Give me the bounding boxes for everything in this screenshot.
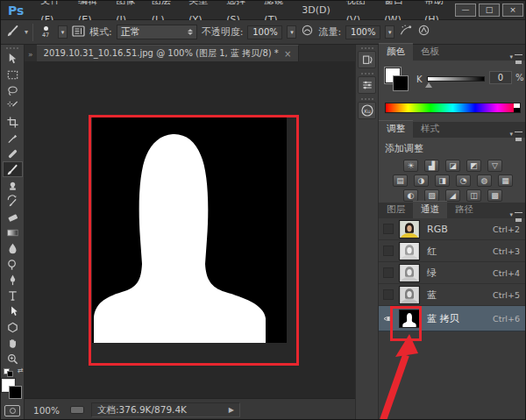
- posterize-icon[interactable]: ▨: [424, 189, 439, 202]
- dock-grip[interactable]: [361, 98, 373, 100]
- history-panel-icon[interactable]: [358, 51, 376, 68]
- adjustments-panel-menu-icon[interactable]: ▾: [509, 131, 526, 138]
- foreground-background-swatches[interactable]: [2, 379, 23, 400]
- tab-paths[interactable]: 路径: [447, 202, 481, 218]
- minimize-button[interactable]: —: [455, 4, 476, 17]
- flow-field[interactable]: 100%: [345, 25, 380, 39]
- selective-color-icon[interactable]: ▩: [487, 189, 502, 202]
- tool-preset-caret-icon[interactable]: ▾: [25, 28, 28, 36]
- brush-preset-picker[interactable]: 47: [38, 24, 53, 41]
- channel-thumbnail-green[interactable]: [399, 264, 420, 282]
- close-button[interactable]: ×: [502, 4, 523, 17]
- toggle-brush-panel-icon[interactable]: [72, 24, 85, 40]
- pen-tool[interactable]: [3, 272, 23, 288]
- zoom-level-field[interactable]: 100%: [33, 405, 63, 416]
- threshold-icon[interactable]: ◢: [445, 189, 460, 202]
- brush-tool[interactable]: [3, 161, 23, 177]
- exposure-icon[interactable]: ◩: [466, 160, 481, 172]
- type-tool[interactable]: [3, 288, 23, 303]
- opacity-caret-icon[interactable]: ▾: [287, 25, 296, 39]
- dodge-tool[interactable]: [3, 256, 23, 272]
- brush-picker-caret-icon[interactable]: ▾: [58, 25, 68, 39]
- properties-panel-icon[interactable]: [358, 76, 376, 94]
- tab-channels[interactable]: 通道: [413, 201, 447, 218]
- tab-swatches[interactable]: 色板: [413, 44, 447, 61]
- zoom-tool[interactable]: [3, 351, 23, 367]
- tab-styles[interactable]: 样式: [413, 121, 447, 138]
- status-expand-icon[interactable]: ▶: [229, 406, 234, 414]
- crop-tool[interactable]: [3, 114, 23, 130]
- document-info-field[interactable]: 文档:376.9K/879.4K ▶: [91, 402, 240, 417]
- color-panel-menu-icon[interactable]: ▾: [509, 53, 526, 61]
- brush-tool-icon[interactable]: [6, 24, 20, 41]
- blur-tool[interactable]: [3, 240, 23, 256]
- channel-thumbnail-blue-copy[interactable]: [399, 310, 420, 328]
- channel-row-red[interactable]: 红 Ctrl+3: [379, 240, 526, 262]
- color-spectrum-ramp[interactable]: [385, 103, 521, 113]
- swap-colors-icon[interactable]: ⇄: [18, 367, 24, 374]
- k-value-field[interactable]: 0: [489, 71, 512, 84]
- toolbar-grip[interactable]: [6, 47, 18, 49]
- menu-3d[interactable]: 3D(D): [294, 1, 338, 20]
- channels-panel-menu-icon[interactable]: ▾: [509, 211, 526, 218]
- color-lookup-icon[interactable]: ▦: [498, 174, 513, 187]
- hue-saturation-icon[interactable]: ▤: [393, 174, 408, 187]
- background-color-swatch[interactable]: [9, 386, 22, 399]
- channel-thumbnail-blue[interactable]: [399, 286, 420, 304]
- lasso-tool[interactable]: [3, 82, 23, 98]
- tab-overflow-left-icon[interactable]: »: [25, 50, 37, 61]
- document-tab[interactable]: 2019.10.31_10.16.51.jpg @ 100% (图层 1, 蓝 …: [37, 45, 300, 61]
- visibility-toggle[interactable]: [383, 289, 394, 300]
- visibility-toggle[interactable]: [383, 313, 394, 324]
- channel-row-rgb[interactable]: RGB Ctrl+2: [379, 218, 526, 240]
- dock-grip[interactable]: [361, 73, 373, 75]
- gradient-map-icon[interactable]: ◫: [466, 189, 481, 202]
- marquee-tool[interactable]: [3, 67, 23, 82]
- visibility-toggle[interactable]: [383, 224, 394, 234]
- channel-thumbnail-rgb[interactable]: [399, 220, 420, 238]
- channel-row-green[interactable]: 绿 Ctrl+4: [379, 262, 526, 284]
- black-white-icon[interactable]: ◨: [435, 174, 450, 187]
- dock-grip[interactable]: [361, 47, 373, 49]
- spot-healing-brush-tool[interactable]: [3, 146, 23, 161]
- document-image[interactable]: [92, 117, 287, 343]
- clone-stamp-tool[interactable]: [3, 177, 23, 193]
- channel-mixer-icon[interactable]: ◍: [477, 174, 492, 187]
- smoothing-pressure-icon[interactable]: [417, 24, 430, 40]
- gradient-tool[interactable]: [3, 224, 23, 240]
- maximize-button[interactable]: □: [479, 4, 500, 17]
- color-balance-icon[interactable]: ◑: [414, 174, 429, 187]
- visibility-toggle[interactable]: [383, 267, 394, 278]
- path-selection-tool[interactable]: [3, 303, 23, 319]
- vibrance-icon[interactable]: ▽: [487, 160, 502, 172]
- opacity-pressure-icon[interactable]: [301, 24, 314, 40]
- tab-close-icon[interactable]: ×: [284, 49, 291, 59]
- flow-caret-icon[interactable]: ▾: [385, 25, 394, 39]
- tab-color[interactable]: 颜色: [379, 43, 413, 61]
- visibility-toggle[interactable]: [383, 246, 394, 256]
- tab-layers[interactable]: 图层: [379, 202, 413, 218]
- history-brush-tool[interactable]: [3, 193, 23, 209]
- eyedropper-tool[interactable]: [3, 130, 23, 146]
- k-slider-thumb[interactable]: [425, 82, 432, 88]
- curves-icon[interactable]: ◪: [445, 160, 460, 172]
- k-slider-track[interactable]: [427, 76, 485, 82]
- blend-mode-select[interactable]: 正常: [117, 25, 197, 39]
- tab-adjustments[interactable]: 调整: [379, 120, 413, 138]
- move-tool[interactable]: [3, 51, 23, 67]
- channel-row-blue[interactable]: 蓝 Ctrl+5: [379, 284, 526, 306]
- kuler-panel-icon[interactable]: Ku: [358, 102, 376, 119]
- hand-tool[interactable]: [3, 335, 23, 351]
- eraser-tool[interactable]: [3, 209, 23, 224]
- invert-icon[interactable]: ◐: [403, 189, 418, 202]
- channel-row-blue-copy[interactable]: 蓝 拷贝 Ctrl+6: [379, 306, 526, 331]
- brightness-contrast-icon[interactable]: ☀: [403, 160, 418, 172]
- airbrush-icon[interactable]: [399, 24, 413, 40]
- opacity-field[interactable]: 100%: [247, 25, 282, 39]
- photo-filter-icon[interactable]: ◔: [456, 174, 471, 187]
- channel-thumbnail-red[interactable]: [399, 242, 420, 260]
- levels-icon[interactable]: ▟: [424, 160, 439, 172]
- color-panel-swatches[interactable]: [385, 68, 411, 94]
- default-colors-icon[interactable]: ⇄: [4, 368, 16, 378]
- shape-tool[interactable]: [3, 319, 23, 335]
